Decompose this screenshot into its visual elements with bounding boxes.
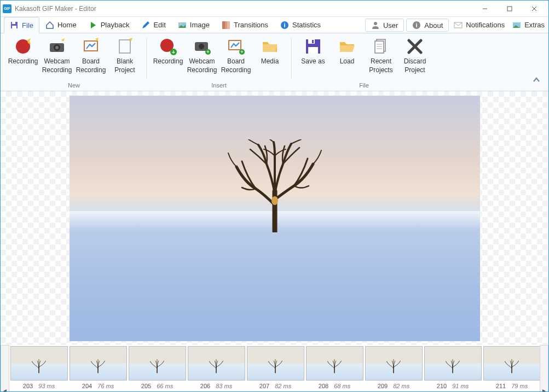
tab-transitions[interactable]: Transitions [216, 17, 274, 33]
button-label: Recent Projects [365, 57, 397, 74]
tab-file[interactable]: File [4, 17, 39, 33]
frame-number: 203 [23, 383, 33, 389]
tab-playback[interactable]: Playback [83, 17, 136, 33]
home-icon [45, 21, 54, 30]
ribbon-panel: Recording Webcam Recording Board Recordi… [1, 33, 548, 91]
svg-point-22 [55, 46, 59, 49]
minimize-button[interactable] [472, 1, 497, 16]
frame-duration: 68 ms [334, 383, 350, 389]
insert-media-button[interactable]: Media [253, 36, 287, 81]
close-button[interactable] [522, 1, 546, 16]
button-label: Save as [301, 57, 325, 66]
board-recording-button[interactable]: Board Recording [74, 36, 108, 81]
svg-text:i: i [284, 22, 286, 28]
recording-button[interactable]: Recording [6, 36, 40, 81]
recent-projects-button[interactable]: Recent Projects [364, 36, 398, 81]
frame-thumbnail[interactable]: 20868 ms [305, 346, 364, 392]
frame-duration: 93 ms [38, 383, 55, 389]
tab-label: File [22, 21, 33, 30]
webcam-recording-button[interactable]: Webcam Recording [40, 36, 74, 81]
insert-board-button[interactable]: + Board Recording [219, 36, 253, 81]
frame-duration: 82 ms [275, 383, 291, 389]
tab-label: User [383, 21, 398, 30]
tab-user[interactable]: User [365, 19, 404, 32]
frame-thumbnail[interactable]: 20476 ms [68, 346, 128, 392]
blank-project-button[interactable]: Blank Project [108, 36, 142, 81]
board-add-icon: + [227, 38, 245, 55]
frame-strip: ◄ 20393 ms20476 ms20566 ms20683 ms20782 … [1, 345, 548, 392]
app-icon: GIF [3, 4, 11, 13]
tab-label: Home [57, 21, 77, 29]
button-label: Discard Project [399, 57, 431, 74]
svg-rect-6 [12, 26, 16, 28]
frame-thumbnail[interactable]: 20782 ms [246, 346, 305, 392]
scroll-left-button[interactable]: ◄ [1, 345, 9, 392]
group-label: File [359, 81, 369, 91]
group-insert: + Recording + Webcam Recording + Board R… [149, 36, 289, 91]
play-icon [89, 21, 97, 30]
folder-open-icon [338, 38, 356, 55]
frame-duration: 79 ms [511, 383, 528, 389]
button-label: Webcam Recording [41, 57, 73, 74]
separator [146, 38, 147, 79]
button-label: Webcam Recording [186, 57, 218, 74]
tree-graphic [226, 139, 324, 232]
record-add-icon: + [159, 38, 177, 55]
svg-text:i: i [416, 22, 418, 28]
insert-webcam-button[interactable]: + Webcam Recording [185, 36, 219, 81]
folder-icon [261, 38, 279, 55]
svg-point-14 [374, 22, 377, 25]
maximize-button[interactable] [497, 1, 522, 16]
canvas-area [1, 91, 548, 345]
tab-label: Edit [153, 21, 165, 29]
frame-thumbnail[interactable]: 20393 ms [9, 346, 68, 392]
svg-text:+: + [240, 49, 243, 55]
tab-label: Notifications [466, 21, 505, 29]
button-label: Load [340, 57, 355, 66]
board-icon [82, 38, 100, 55]
save-as-button[interactable]: Save as [296, 36, 330, 81]
image-icon [512, 21, 521, 30]
frame-number: 207 [259, 383, 269, 389]
button-label: Media [261, 57, 279, 66]
tab-label: About [424, 21, 443, 30]
scroll-right-button[interactable]: ► [540, 345, 548, 392]
collapse-ribbon-button[interactable] [532, 75, 541, 86]
tab-about[interactable]: i About [406, 19, 449, 32]
svg-rect-37 [308, 47, 318, 54]
frame-thumbnail[interactable]: 20566 ms [128, 346, 187, 392]
chevron-up-icon [532, 75, 541, 84]
image-icon [178, 21, 187, 30]
tab-extras[interactable]: Extras [508, 17, 548, 33]
tab-edit[interactable]: Edit [135, 17, 171, 33]
discard-project-button[interactable]: Discard Project [398, 36, 432, 81]
frame-duration: 83 ms [216, 383, 232, 389]
frame-duration: 66 ms [157, 383, 173, 389]
tab-image[interactable]: Image [172, 17, 216, 33]
svg-rect-1 [507, 7, 512, 11]
save-icon [10, 21, 19, 30]
frame-thumbnail[interactable]: 20982 ms [364, 346, 423, 392]
blank-icon [116, 38, 134, 55]
tab-label: Statistics [292, 21, 321, 29]
tab-notifications[interactable]: Notifications [450, 17, 508, 33]
tab-statistics[interactable]: i Statistics [274, 17, 327, 33]
separator [291, 38, 292, 79]
frame-duration: 82 ms [393, 383, 409, 389]
frame-duration: 76 ms [97, 383, 114, 389]
documents-icon [372, 38, 390, 55]
svg-rect-38 [312, 40, 314, 43]
frame-thumbnail[interactable]: 21179 ms [482, 346, 540, 392]
svg-rect-24 [119, 40, 130, 53]
tab-home[interactable]: Home [39, 17, 83, 33]
load-button[interactable]: Load [330, 36, 364, 81]
preview-image [70, 96, 480, 341]
frame-thumbnail[interactable]: 21091 ms [423, 346, 482, 392]
insert-recording-button[interactable]: + Recording [151, 36, 185, 81]
button-label: Recording [8, 57, 38, 66]
info-icon: i [412, 21, 421, 30]
button-label: Blank Project [109, 57, 141, 74]
svg-rect-11 [227, 21, 230, 29]
frame-thumbnail[interactable]: 20683 ms [187, 346, 246, 392]
record-icon [14, 38, 32, 55]
